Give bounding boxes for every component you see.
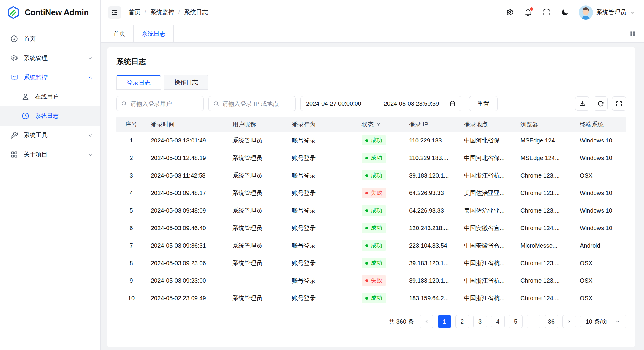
page-button[interactable]: 5 [509, 315, 523, 328]
table-row[interactable]: 102024-05-02 23:09:49系统管理员账号登录成功183.159.… [116, 289, 626, 307]
sidebar-item-system-monitor[interactable]: 系统监控 [0, 68, 100, 87]
reset-button[interactable]: 重置 [469, 96, 498, 111]
cell-action: 账号登录 [287, 172, 357, 180]
cell-location: 中国浙江省杭... [459, 172, 516, 180]
page-button[interactable]: 36 [545, 315, 558, 328]
user-search-input[interactable] [130, 100, 199, 107]
page-button[interactable]: 3 [473, 315, 487, 328]
chevron-up-icon [87, 75, 93, 80]
page-button[interactable]: 2 [455, 315, 469, 328]
logo-icon [7, 6, 20, 19]
expand-icon [615, 100, 623, 107]
cell-no: 6 [116, 225, 146, 232]
column-header: 序号 [116, 121, 146, 129]
notification-badge [530, 7, 533, 11]
date-start: 2024-04-27 00:00:00 [306, 100, 361, 107]
pagination: 共 360 条 12345···36 10 条/页 [116, 315, 626, 328]
table-row[interactable]: 42024-05-03 09:48:17系统管理员账号登录失败64.226.93… [116, 184, 626, 202]
date-range-picker[interactable]: 2024-04-27 00:00:00 - 2024-05-03 23:59:5… [300, 96, 461, 111]
cell-status: 成功 [357, 240, 404, 251]
login-log-table: 序号登录时间用户昵称登录行为状态登录 IP登录地点浏览器终端系统 12024-0… [116, 117, 626, 307]
cell-os: OSX [575, 277, 626, 284]
table-row[interactable]: 12024-05-03 13:01:49系统管理员账号登录成功110.229.1… [116, 132, 626, 149]
subtab-login-log[interactable]: 登录日志 [116, 75, 161, 90]
cell-status: 成功 [357, 293, 404, 303]
status-badge: 成功 [362, 240, 386, 251]
table-row[interactable]: 22024-05-03 12:48:19系统管理员账号登录成功110.229.1… [116, 149, 626, 167]
refresh-button[interactable] [594, 96, 608, 111]
next-page-button[interactable] [562, 315, 576, 328]
tab-home[interactable]: 首页 [105, 25, 134, 42]
fullscreen-button[interactable] [542, 8, 551, 17]
page-button[interactable]: 4 [491, 315, 505, 328]
column-label: 序号 [125, 121, 137, 129]
table-row[interactable]: 32024-05-03 11:42:58系统管理员账号登录成功39.183.12… [116, 167, 626, 184]
cell-browser: Chrome 124.... [516, 225, 575, 232]
prev-page-button[interactable] [420, 315, 433, 328]
cell-action: 账号登录 [287, 154, 357, 162]
cell-os: OSX [575, 295, 626, 302]
cell-time: 2024-05-03 09:48:17 [146, 190, 228, 197]
column-header: 浏览器 [516, 121, 575, 129]
cell-os: Android [575, 242, 626, 249]
topbar: 首页 / 系统监控 / 系统日志 [101, 0, 644, 25]
sidebar-item-system-tools[interactable]: 系统工具 [0, 126, 100, 145]
column-header[interactable]: 状态 [357, 121, 404, 129]
column-label: 状态 [362, 121, 374, 129]
sidebar-collapse-button[interactable] [108, 6, 121, 19]
table-row[interactable]: 52024-05-03 09:48:09系统管理员账号登录成功64.226.93… [116, 202, 626, 219]
cell-nickname: 系统管理员 [228, 154, 287, 162]
export-button[interactable] [575, 96, 589, 111]
column-label: 登录行为 [292, 121, 316, 129]
breadcrumb-item-home[interactable]: 首页 [129, 8, 140, 16]
cell-nickname: 系统管理员 [228, 172, 287, 180]
table-body: 12024-05-03 13:01:49系统管理员账号登录成功110.229.1… [116, 132, 626, 307]
user-menu[interactable]: 系统管理员 [579, 5, 635, 20]
cell-ip: 64.226.93.33 [404, 190, 459, 197]
tab-list-button[interactable] [627, 28, 638, 39]
table-toolbar [575, 96, 626, 111]
cell-location: 美国佐治亚亚... [459, 207, 516, 215]
cell-browser: Chrome 123.... [516, 172, 575, 179]
user-name: 系统管理员 [596, 8, 626, 16]
tab-system-log[interactable]: 系统日志 [134, 25, 174, 42]
cell-no: 5 [116, 207, 146, 214]
cell-os: Windows 10 [575, 137, 626, 144]
page-button[interactable]: 1 [438, 315, 451, 328]
cell-ip: 39.183.120.1... [404, 277, 459, 284]
table-row[interactable]: 72024-05-03 09:36:31系统管理员账号登录成功223.104.3… [116, 237, 626, 254]
breadcrumb-item-monitor[interactable]: 系统监控 [151, 8, 174, 16]
table-fullscreen-button[interactable] [612, 96, 626, 111]
cell-status: 成功 [357, 258, 404, 268]
page-ellipsis-button[interactable]: ··· [527, 315, 540, 328]
cell-location: 中国浙江省杭... [459, 259, 516, 267]
date-end: 2024-05-03 23:59:59 [384, 100, 439, 107]
settings-button[interactable] [505, 8, 514, 17]
cell-status: 成功 [357, 135, 404, 145]
sidebar-item-system-management[interactable]: 系统管理 [0, 48, 100, 68]
squares-grid-icon [629, 30, 637, 38]
table-row[interactable]: 82024-05-03 09:23:06系统管理员账号登录成功39.183.12… [116, 254, 626, 272]
cell-action: 账号登录 [287, 224, 357, 232]
page-size-select[interactable]: 10 条/页 [580, 315, 626, 328]
cell-time: 2024-05-03 09:46:40 [146, 225, 228, 232]
ip-search-input[interactable] [222, 100, 291, 107]
clock-icon [21, 112, 29, 120]
notifications-button[interactable] [523, 8, 532, 17]
filter-row: 2024-04-27 00:00:00 - 2024-05-03 23:59:5… [116, 96, 626, 111]
dark-mode-button[interactable] [560, 8, 569, 17]
sidebar-item-about[interactable]: 关于项目 [0, 145, 100, 164]
breadcrumb-item-log[interactable]: 系统日志 [184, 8, 208, 16]
apps-grid-icon [10, 151, 18, 159]
status-badge: 成功 [362, 205, 386, 216]
sidebar-item-home[interactable]: 首页 [0, 29, 100, 48]
table-row[interactable]: 92024-05-03 09:23:00账号登录失败39.183.120.1..… [116, 272, 626, 289]
sidebar-item-online-users[interactable]: 在线用户 [0, 87, 100, 106]
breadcrumb: 首页 / 系统监控 / 系统日志 [129, 8, 208, 16]
cell-browser: Chrome 124.... [516, 295, 575, 302]
column-header: 登录地点 [459, 121, 516, 129]
log-subtabs: 登录日志 操作日志 [116, 75, 626, 90]
table-row[interactable]: 62024-05-03 09:46:40系统管理员账号登录成功120.243.2… [116, 219, 626, 237]
sidebar-item-system-log[interactable]: 系统日志 [0, 106, 100, 126]
subtab-operation-log[interactable]: 操作日志 [164, 75, 208, 90]
